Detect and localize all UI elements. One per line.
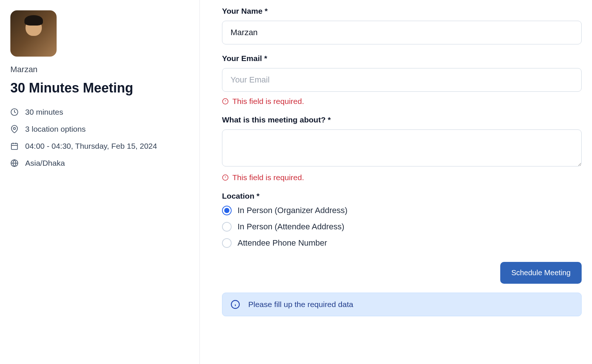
clock-icon	[10, 108, 18, 116]
duration-row: 30 minutes	[10, 108, 189, 117]
error-icon	[222, 174, 229, 181]
timezone-row: Asia/Dhaka	[10, 159, 189, 168]
email-error: This field is required.	[222, 97, 582, 106]
calendar-icon	[10, 142, 18, 150]
location-field-group: Location * In Person (Organizer Address)…	[222, 192, 582, 248]
name-field-group: Your Name *	[222, 7, 582, 44]
radio-indicator	[222, 238, 232, 248]
name-input[interactable]	[222, 21, 582, 44]
booking-form: Your Name * Your Email * This field is r…	[200, 0, 592, 364]
about-label: What is this meeting about? *	[222, 115, 582, 124]
location-options-text: 3 location options	[25, 125, 85, 134]
email-field-group: Your Email * This field is required.	[222, 54, 582, 106]
svg-rect-2	[11, 144, 18, 150]
radio-label: In Person (Attendee Address)	[238, 222, 344, 232]
datetime-text: 04:00 - 04:30, Thursday, Feb 15, 2024	[25, 142, 157, 151]
radio-indicator	[222, 206, 232, 215]
schedule-meeting-button[interactable]: Schedule Meeting	[500, 262, 582, 284]
email-label: Your Email *	[222, 54, 582, 63]
radio-label: Attendee Phone Number	[238, 238, 327, 248]
error-icon	[222, 98, 229, 105]
email-error-text: This field is required.	[232, 97, 304, 106]
location-option-phone[interactable]: Attendee Phone Number	[222, 238, 582, 248]
radio-label: In Person (Organizer Address)	[238, 206, 347, 215]
organizer-name: Marzan	[10, 65, 189, 74]
location-label: Location *	[222, 192, 582, 200]
about-error-text: This field is required.	[232, 173, 304, 182]
timezone-text: Asia/Dhaka	[25, 159, 65, 168]
meeting-info-list: 30 minutes 3 location options 04:00 - 04…	[10, 108, 189, 168]
radio-indicator	[222, 222, 232, 232]
svg-point-1	[13, 127, 16, 129]
info-icon	[231, 300, 240, 309]
meeting-title: 30 Minutes Meeting	[10, 80, 189, 96]
location-option-organizer[interactable]: In Person (Organizer Address)	[222, 206, 582, 215]
alert-text: Please fill up the required data	[248, 300, 353, 309]
location-option-attendee[interactable]: In Person (Attendee Address)	[222, 222, 582, 232]
globe-icon	[10, 159, 18, 167]
location-radio-group: In Person (Organizer Address) In Person …	[222, 206, 582, 248]
about-field-group: What is this meeting about? * This field…	[222, 115, 582, 182]
meeting-sidebar: Marzan 30 Minutes Meeting 30 minutes 3 l…	[0, 0, 200, 364]
email-input[interactable]	[222, 68, 582, 92]
duration-text: 30 minutes	[25, 108, 63, 117]
submit-row: Schedule Meeting	[222, 262, 582, 284]
name-label: Your Name *	[222, 7, 582, 16]
about-error: This field is required.	[222, 173, 582, 182]
validation-alert: Please fill up the required data	[222, 293, 582, 316]
datetime-row: 04:00 - 04:30, Thursday, Feb 15, 2024	[10, 142, 189, 151]
location-options-row: 3 location options	[10, 125, 189, 134]
about-textarea[interactable]	[222, 129, 582, 166]
organizer-avatar	[10, 10, 57, 57]
location-pin-icon	[10, 125, 18, 133]
